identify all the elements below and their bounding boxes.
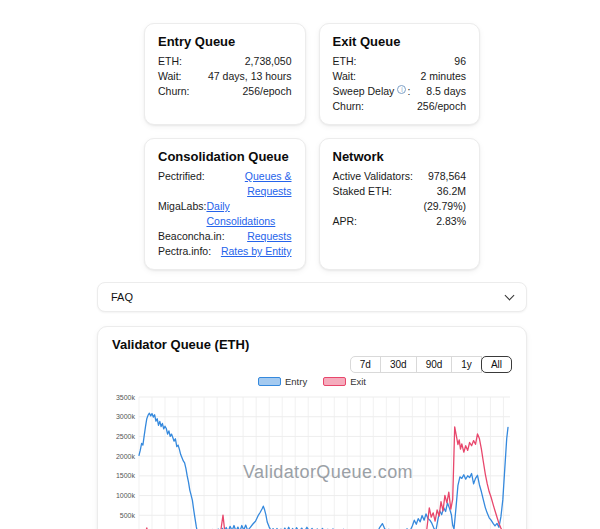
card-rows: ETH:2,738,050Wait:47 days, 13 hoursChurn…	[158, 54, 292, 99]
card-rows: ETH:96Wait:2 minutesSweep Delayi:8.5 day…	[333, 54, 467, 114]
consolidation-queue-card: Consolidation Queue Pectrified:Queues & …	[144, 138, 306, 270]
entry-line	[139, 413, 508, 529]
row-value: 2.83%	[436, 214, 466, 229]
card-row: APR:2.83%	[333, 214, 467, 229]
legend-label: Exit	[350, 376, 366, 387]
card-row: Wait:2 minutes	[333, 69, 467, 84]
range-button-all[interactable]: All	[481, 356, 512, 373]
card-title: Entry Queue	[158, 34, 292, 49]
row-label: Wait:	[333, 69, 357, 84]
card-row: ETH:2,738,050	[158, 54, 292, 69]
chart-title: Validator Queue (ETH)	[112, 337, 512, 352]
row-label: ETH:	[333, 54, 357, 69]
y-tick-label: 1000k	[116, 492, 136, 499]
legend-exit[interactable]: Exit	[323, 376, 366, 387]
row-label: Pectrified:	[158, 169, 205, 184]
row-label: Beaconcha.in:	[158, 229, 225, 244]
row-value: 2 minutes	[420, 69, 466, 84]
row-label: Churn:	[158, 84, 190, 99]
validator-queue-chart[interactable]: 0500k1000k1500k2000k2500k3000k3500kMay 2…	[112, 388, 514, 529]
range-button-1y[interactable]: 1y	[451, 356, 482, 373]
chart-area: 0500k1000k1500k2000k2500k3000k3500kMay 2…	[112, 388, 512, 529]
range-button-7d[interactable]: 7d	[350, 356, 381, 373]
row-value: 2,738,050	[245, 54, 292, 69]
y-tick-label: 1500k	[116, 472, 136, 479]
card-row: Sweep Delayi:8.5 days	[333, 84, 467, 99]
card-title: Consolidation Queue	[158, 149, 292, 164]
y-tick-label: 3500k	[116, 394, 136, 401]
card-row: Pectra.info:Rates by Entity	[158, 244, 292, 259]
row-link[interactable]: Daily Consolidations	[206, 199, 291, 229]
legend-swatch	[323, 377, 346, 386]
legend-entry[interactable]: Entry	[258, 376, 307, 387]
row-label: APR:	[333, 214, 358, 229]
y-tick-label: 2000k	[116, 453, 136, 460]
row-label: Active Validators:	[333, 169, 413, 184]
row-value: 256/epoch	[417, 99, 466, 114]
row-link[interactable]: Queues & Requests	[205, 169, 292, 199]
card-rows: Pectrified:Queues & RequestsMigaLabs:Dai…	[158, 169, 292, 259]
range-selector: 7d30d90d1yAll	[112, 356, 512, 373]
row-label: Sweep Delayi:	[333, 84, 411, 99]
legend-swatch	[258, 377, 281, 386]
card-rows: Active Validators:978,564Staked ETH:36.2…	[333, 169, 467, 229]
card-row: Churn:256/epoch	[158, 84, 292, 99]
card-title: Exit Queue	[333, 34, 467, 49]
card-row: Pectrified:Queues & Requests	[158, 169, 292, 199]
card-row: MigaLabs:Daily Consolidations	[158, 199, 292, 229]
range-button-30d[interactable]: 30d	[380, 356, 417, 373]
y-tick-label: 3000k	[116, 413, 136, 420]
row-value: 8.5 days	[426, 84, 466, 99]
row-label: Pectra.info:	[158, 244, 211, 259]
info-icon[interactable]: i	[397, 85, 406, 94]
row-label: ETH:	[158, 54, 182, 69]
row-label: Staked ETH:	[333, 184, 393, 199]
y-tick-label: 2500k	[116, 433, 136, 440]
faq-accordion[interactable]: FAQ	[97, 282, 527, 312]
card-row: Staked ETH:36.2M (29.79%)	[333, 184, 467, 214]
faq-label: FAQ	[111, 291, 133, 303]
row-value: 96	[454, 54, 466, 69]
card-row: Wait:47 days, 13 hours	[158, 69, 292, 84]
card-title: Network	[333, 149, 467, 164]
row-value: 256/epoch	[242, 84, 291, 99]
row-value: 36.2M (29.79%)	[392, 184, 466, 214]
row-link[interactable]: Requests	[247, 229, 291, 244]
legend-label: Entry	[285, 376, 307, 387]
card-row: ETH:96	[333, 54, 467, 69]
chart-legend: EntryExit	[112, 376, 512, 387]
row-label: Churn:	[333, 99, 365, 114]
row-label: Wait:	[158, 69, 182, 84]
row-label: MigaLabs:	[158, 199, 206, 214]
exit-queue-card: Exit Queue ETH:96Wait:2 minutesSweep Del…	[319, 23, 481, 125]
row-value: 978,564	[428, 169, 466, 184]
stat-cards-grid: Entry Queue ETH:2,738,050Wait:47 days, 1…	[144, 23, 480, 270]
row-value: 47 days, 13 hours	[208, 69, 291, 84]
network-card: Network Active Validators:978,564Staked …	[319, 138, 481, 270]
chevron-down-icon	[505, 290, 515, 300]
validator-queue-chart-card: Validator Queue (ETH) 7d30d90d1yAll Entr…	[97, 326, 527, 529]
card-row: Churn:256/epoch	[333, 99, 467, 114]
card-row: Active Validators:978,564	[333, 169, 467, 184]
y-tick-label: 500k	[120, 512, 136, 519]
page: Entry Queue ETH:2,738,050Wait:47 days, 1…	[97, 0, 527, 529]
card-row: Beaconcha.in:Requests	[158, 229, 292, 244]
range-button-90d[interactable]: 90d	[416, 356, 453, 373]
row-link[interactable]: Rates by Entity	[221, 244, 292, 259]
entry-queue-card: Entry Queue ETH:2,738,050Wait:47 days, 1…	[144, 23, 306, 125]
